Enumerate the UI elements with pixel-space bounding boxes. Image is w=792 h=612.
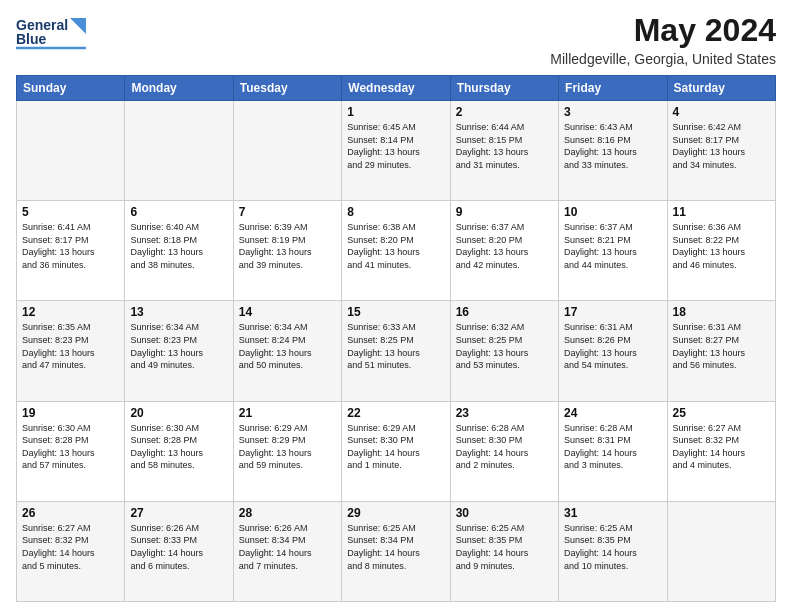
week-row-0: 1Sunrise: 6:45 AM Sunset: 8:14 PM Daylig…	[17, 101, 776, 201]
day-number: 12	[22, 305, 119, 319]
week-row-3: 19Sunrise: 6:30 AM Sunset: 8:28 PM Dayli…	[17, 401, 776, 501]
day-number: 2	[456, 105, 553, 119]
day-info: Sunrise: 6:33 AM Sunset: 8:25 PM Dayligh…	[347, 321, 444, 371]
day-info: Sunrise: 6:31 AM Sunset: 8:26 PM Dayligh…	[564, 321, 661, 371]
day-number: 15	[347, 305, 444, 319]
calendar-cell	[17, 101, 125, 201]
calendar-cell: 9Sunrise: 6:37 AM Sunset: 8:20 PM Daylig…	[450, 201, 558, 301]
day-header-tuesday: Tuesday	[233, 76, 341, 101]
day-info: Sunrise: 6:29 AM Sunset: 8:29 PM Dayligh…	[239, 422, 336, 472]
day-number: 28	[239, 506, 336, 520]
calendar-table: SundayMondayTuesdayWednesdayThursdayFrid…	[16, 75, 776, 602]
day-info: Sunrise: 6:28 AM Sunset: 8:30 PM Dayligh…	[456, 422, 553, 472]
calendar-cell: 12Sunrise: 6:35 AM Sunset: 8:23 PM Dayli…	[17, 301, 125, 401]
main-title: May 2024	[550, 12, 776, 49]
page: General Blue May 2024 Milledgeville, Geo…	[0, 0, 792, 612]
day-info: Sunrise: 6:42 AM Sunset: 8:17 PM Dayligh…	[673, 121, 770, 171]
day-number: 19	[22, 406, 119, 420]
day-info: Sunrise: 6:27 AM Sunset: 8:32 PM Dayligh…	[22, 522, 119, 572]
day-number: 3	[564, 105, 661, 119]
day-number: 11	[673, 205, 770, 219]
calendar-cell: 20Sunrise: 6:30 AM Sunset: 8:28 PM Dayli…	[125, 401, 233, 501]
day-number: 23	[456, 406, 553, 420]
title-block: May 2024 Milledgeville, Georgia, United …	[550, 12, 776, 67]
day-info: Sunrise: 6:26 AM Sunset: 8:34 PM Dayligh…	[239, 522, 336, 572]
calendar-cell: 28Sunrise: 6:26 AM Sunset: 8:34 PM Dayli…	[233, 501, 341, 601]
day-number: 26	[22, 506, 119, 520]
day-info: Sunrise: 6:35 AM Sunset: 8:23 PM Dayligh…	[22, 321, 119, 371]
day-header-thursday: Thursday	[450, 76, 558, 101]
week-row-2: 12Sunrise: 6:35 AM Sunset: 8:23 PM Dayli…	[17, 301, 776, 401]
day-header-friday: Friday	[559, 76, 667, 101]
day-number: 9	[456, 205, 553, 219]
calendar-cell	[667, 501, 775, 601]
calendar-cell: 31Sunrise: 6:25 AM Sunset: 8:35 PM Dayli…	[559, 501, 667, 601]
day-header-wednesday: Wednesday	[342, 76, 450, 101]
day-header-monday: Monday	[125, 76, 233, 101]
day-info: Sunrise: 6:25 AM Sunset: 8:34 PM Dayligh…	[347, 522, 444, 572]
calendar-cell: 21Sunrise: 6:29 AM Sunset: 8:29 PM Dayli…	[233, 401, 341, 501]
calendar-cell: 22Sunrise: 6:29 AM Sunset: 8:30 PM Dayli…	[342, 401, 450, 501]
calendar-cell: 6Sunrise: 6:40 AM Sunset: 8:18 PM Daylig…	[125, 201, 233, 301]
day-info: Sunrise: 6:28 AM Sunset: 8:31 PM Dayligh…	[564, 422, 661, 472]
calendar-cell: 2Sunrise: 6:44 AM Sunset: 8:15 PM Daylig…	[450, 101, 558, 201]
day-info: Sunrise: 6:31 AM Sunset: 8:27 PM Dayligh…	[673, 321, 770, 371]
calendar-cell: 5Sunrise: 6:41 AM Sunset: 8:17 PM Daylig…	[17, 201, 125, 301]
day-number: 18	[673, 305, 770, 319]
day-header-saturday: Saturday	[667, 76, 775, 101]
header-row: SundayMondayTuesdayWednesdayThursdayFrid…	[17, 76, 776, 101]
day-info: Sunrise: 6:38 AM Sunset: 8:20 PM Dayligh…	[347, 221, 444, 271]
calendar-cell: 14Sunrise: 6:34 AM Sunset: 8:24 PM Dayli…	[233, 301, 341, 401]
day-number: 8	[347, 205, 444, 219]
calendar-cell: 26Sunrise: 6:27 AM Sunset: 8:32 PM Dayli…	[17, 501, 125, 601]
day-info: Sunrise: 6:34 AM Sunset: 8:24 PM Dayligh…	[239, 321, 336, 371]
day-info: Sunrise: 6:43 AM Sunset: 8:16 PM Dayligh…	[564, 121, 661, 171]
day-number: 17	[564, 305, 661, 319]
calendar-cell: 29Sunrise: 6:25 AM Sunset: 8:34 PM Dayli…	[342, 501, 450, 601]
day-info: Sunrise: 6:32 AM Sunset: 8:25 PM Dayligh…	[456, 321, 553, 371]
day-number: 1	[347, 105, 444, 119]
day-number: 16	[456, 305, 553, 319]
svg-text:Blue: Blue	[16, 31, 47, 47]
day-info: Sunrise: 6:30 AM Sunset: 8:28 PM Dayligh…	[22, 422, 119, 472]
day-number: 20	[130, 406, 227, 420]
day-info: Sunrise: 6:44 AM Sunset: 8:15 PM Dayligh…	[456, 121, 553, 171]
day-number: 22	[347, 406, 444, 420]
calendar-cell: 30Sunrise: 6:25 AM Sunset: 8:35 PM Dayli…	[450, 501, 558, 601]
day-number: 7	[239, 205, 336, 219]
calendar-cell: 10Sunrise: 6:37 AM Sunset: 8:21 PM Dayli…	[559, 201, 667, 301]
day-info: Sunrise: 6:37 AM Sunset: 8:21 PM Dayligh…	[564, 221, 661, 271]
calendar-cell	[125, 101, 233, 201]
day-number: 21	[239, 406, 336, 420]
day-number: 14	[239, 305, 336, 319]
calendar-cell: 18Sunrise: 6:31 AM Sunset: 8:27 PM Dayli…	[667, 301, 775, 401]
subtitle: Milledgeville, Georgia, United States	[550, 51, 776, 67]
calendar-cell: 1Sunrise: 6:45 AM Sunset: 8:14 PM Daylig…	[342, 101, 450, 201]
calendar-cell: 27Sunrise: 6:26 AM Sunset: 8:33 PM Dayli…	[125, 501, 233, 601]
logo: General Blue	[16, 12, 96, 52]
calendar-cell: 23Sunrise: 6:28 AM Sunset: 8:30 PM Dayli…	[450, 401, 558, 501]
day-header-sunday: Sunday	[17, 76, 125, 101]
day-info: Sunrise: 6:41 AM Sunset: 8:17 PM Dayligh…	[22, 221, 119, 271]
day-number: 6	[130, 205, 227, 219]
calendar-cell: 19Sunrise: 6:30 AM Sunset: 8:28 PM Dayli…	[17, 401, 125, 501]
day-number: 4	[673, 105, 770, 119]
day-info: Sunrise: 6:36 AM Sunset: 8:22 PM Dayligh…	[673, 221, 770, 271]
day-number: 25	[673, 406, 770, 420]
day-number: 30	[456, 506, 553, 520]
day-number: 10	[564, 205, 661, 219]
calendar-cell: 15Sunrise: 6:33 AM Sunset: 8:25 PM Dayli…	[342, 301, 450, 401]
day-info: Sunrise: 6:27 AM Sunset: 8:32 PM Dayligh…	[673, 422, 770, 472]
calendar-cell: 3Sunrise: 6:43 AM Sunset: 8:16 PM Daylig…	[559, 101, 667, 201]
day-number: 24	[564, 406, 661, 420]
day-number: 27	[130, 506, 227, 520]
calendar-cell: 11Sunrise: 6:36 AM Sunset: 8:22 PM Dayli…	[667, 201, 775, 301]
svg-marker-2	[70, 18, 86, 34]
header: General Blue May 2024 Milledgeville, Geo…	[16, 12, 776, 67]
day-info: Sunrise: 6:37 AM Sunset: 8:20 PM Dayligh…	[456, 221, 553, 271]
day-info: Sunrise: 6:40 AM Sunset: 8:18 PM Dayligh…	[130, 221, 227, 271]
day-number: 29	[347, 506, 444, 520]
day-info: Sunrise: 6:29 AM Sunset: 8:30 PM Dayligh…	[347, 422, 444, 472]
day-info: Sunrise: 6:30 AM Sunset: 8:28 PM Dayligh…	[130, 422, 227, 472]
calendar-cell	[233, 101, 341, 201]
